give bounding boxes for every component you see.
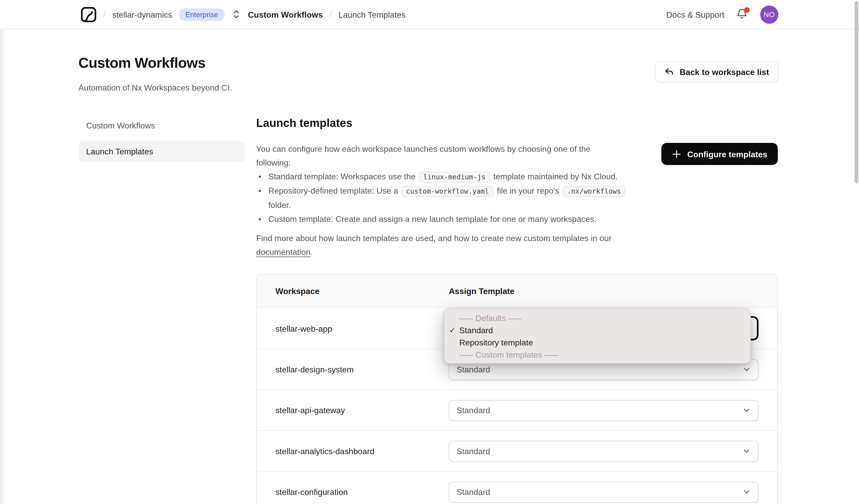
bullet1-pre: Standard template: Workspaces use the	[268, 171, 418, 181]
bullet1-post: template maintained by Nx Cloud.	[491, 171, 618, 181]
section-description: You can configure how each workspace lau…	[256, 142, 627, 259]
page-title-block: Custom Workflows Automation of Nx Worksp…	[78, 55, 232, 92]
top-bar: / stellar-dynamics Enterprise Custom Wor…	[0, 0, 859, 29]
workspace-name: stellar-design-system	[257, 365, 449, 374]
avatar[interactable]: NO	[760, 5, 778, 24]
documentation-link[interactable]: documentation	[256, 247, 310, 256]
notifications-button[interactable]	[736, 8, 748, 20]
header-actions: Docs & Support NO	[666, 5, 779, 24]
page-title: Custom Workflows	[78, 55, 232, 72]
find-more-period: .	[311, 247, 313, 256]
template-select-stellar-configuration[interactable]: Standard	[449, 482, 758, 502]
select-value: Standard	[456, 487, 490, 497]
section-title: Launch templates	[256, 117, 778, 130]
configure-templates-button[interactable]: Configure templates	[661, 143, 778, 165]
select-value: Standard	[456, 365, 490, 374]
app-root: / stellar-dynamics Enterprise Custom Wor…	[0, 0, 859, 504]
back-button-label: Back to workspace list	[680, 67, 769, 76]
table-row: stellar-api-gateway Standard	[257, 390, 778, 430]
find-more-paragraph: Find more about how launch templates are…	[256, 231, 627, 259]
configure-button-label: Configure templates	[687, 149, 767, 158]
launch-templates-section: Launch templates Configure templates You…	[256, 117, 778, 504]
template-dropdown-menu: ––– Defaults ––– ✓Standard Repository te…	[444, 308, 751, 364]
select-value: Standard	[456, 406, 490, 415]
bullet3-text: Custom template: Create and assign a new…	[268, 214, 597, 224]
notification-dot	[744, 7, 750, 13]
code-chip: custom-workflow.yaml	[402, 186, 493, 197]
plus-icon	[672, 149, 681, 158]
dropdown-option-standard[interactable]: ✓Standard	[444, 324, 750, 337]
workspace-name: stellar-configuration	[257, 487, 449, 497]
workspace-name: stellar-api-gateway	[257, 406, 449, 415]
chevron-down-icon	[742, 406, 751, 414]
back-to-workspace-list-button[interactable]: Back to workspace list	[655, 61, 779, 82]
template-select-stellar-analytics-dashboard[interactable]: Standard	[449, 441, 758, 462]
chevron-down-icon	[742, 447, 751, 455]
workspace-name: stellar-web-app	[257, 324, 449, 333]
column-header-workspace: Workspace	[257, 286, 449, 295]
table-row: stellar-analytics-dashboard Standard	[257, 430, 778, 471]
select-value: Standard	[456, 446, 490, 456]
sidebar-item-launch-templates[interactable]: Launch Templates	[78, 141, 245, 162]
column-header-assign-template: Assign Template	[449, 286, 514, 295]
list-item-custom-template: Custom template: Create and assign a new…	[256, 212, 627, 226]
list-item-repository-template: Repository-defined template: Use a custo…	[256, 184, 627, 212]
list-item-standard-template: Standard template: Workspaces use the li…	[256, 169, 627, 184]
page-content: Custom Workflows Automation of Nx Worksp…	[0, 29, 779, 504]
dropdown-group-defaults: ––– Defaults –––	[444, 312, 750, 324]
option-label: Standard	[459, 325, 493, 335]
enterprise-badge: Enterprise	[179, 8, 225, 21]
breadcrumb-workspace[interactable]: stellar-dynamics	[112, 10, 172, 19]
intro-line1: You can configure how each workspace lau…	[256, 144, 590, 153]
checkmark-icon: ✓	[450, 324, 455, 337]
intro-line2: following:	[256, 158, 290, 167]
settings-sidebar: Custom Workflows Launch Templates	[78, 117, 245, 162]
bullet2-post: folder.	[268, 200, 291, 210]
chevron-down-icon	[742, 365, 751, 373]
option-label: Repository template	[459, 338, 533, 347]
settings-layout: Custom Workflows Launch Templates Launch…	[78, 117, 779, 504]
find-more-line1: Find more about how launch templates are…	[256, 233, 611, 243]
breadcrumb: / stellar-dynamics Enterprise Custom Wor…	[80, 6, 405, 22]
nx-cloud-logo-icon[interactable]	[80, 6, 96, 22]
table-header-row: Workspace Assign Template	[257, 274, 778, 308]
code-chip: linux-medium-js	[419, 171, 490, 183]
template-select-stellar-api-gateway[interactable]: Standard	[449, 400, 758, 421]
docs-support-link[interactable]: Docs & Support	[666, 10, 724, 19]
workspace-template-table: Workspace Assign Template stellar-web-ap…	[256, 274, 778, 504]
page-header: Custom Workflows Automation of Nx Worksp…	[78, 55, 779, 92]
code-chip: .nx/workflows	[563, 186, 626, 197]
breadcrumb-section[interactable]: Custom Workflows	[248, 10, 323, 19]
bullet2-pre: Repository-defined template: Use a	[268, 186, 401, 195]
chevron-down-icon	[742, 488, 751, 496]
breadcrumb-separator: /	[103, 9, 106, 19]
workspace-name: stellar-analytics-dashboard	[257, 446, 449, 456]
workspace-switcher-icon[interactable]	[232, 9, 240, 20]
dropdown-option-repository-template[interactable]: Repository template	[444, 337, 750, 349]
sidebar-item-custom-workflows[interactable]: Custom Workflows	[78, 117, 245, 135]
undo-arrow-icon	[664, 67, 674, 77]
breadcrumb-page: Launch Templates	[338, 10, 405, 19]
scrollbar-thumb[interactable]	[855, 1, 858, 183]
intro-paragraph: You can configure how each workspace lau…	[256, 142, 627, 169]
bullet2-mid: file in your repo's	[494, 186, 561, 195]
dropdown-group-custom-templates: ––– Custom templates –––	[444, 349, 750, 361]
page-subtitle: Automation of Nx Workspaces beyond CI.	[78, 83, 232, 92]
table-row: stellar-configuration Standard	[257, 471, 778, 504]
breadcrumb-separator: /	[329, 9, 332, 19]
template-options-list: Standard template: Workspaces use the li…	[256, 169, 627, 226]
